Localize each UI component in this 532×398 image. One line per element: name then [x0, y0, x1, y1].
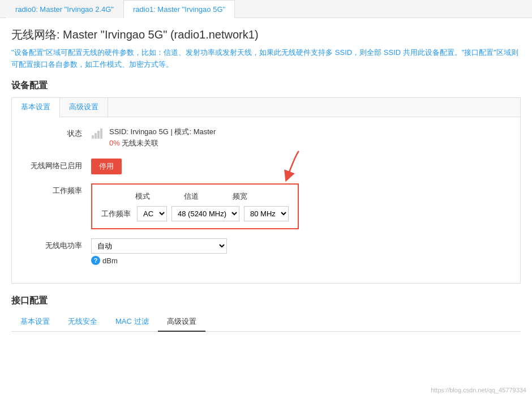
- bandwidth-col-label: 频宽: [233, 191, 247, 202]
- freq-row: 工作频率: [23, 183, 509, 229]
- status-text: SSID: Irvingao 5G | 模式: Master 0% 无线未关联: [109, 126, 216, 150]
- info-icon: ?: [91, 256, 100, 265]
- status-display: SSID: Irvingao 5G | 模式: Master 0% 无线未关联: [91, 126, 509, 150]
- dbm-label: dBm: [102, 256, 118, 265]
- page-description: "设备配置"区域可配置无线的硬件参数，比如：信道、发射功率或发射天线，如果此无线…: [11, 47, 521, 71]
- enable-control: 停用: [91, 159, 509, 174]
- device-config-section: 基本设置 高级设置 状态: [11, 97, 521, 284]
- iface-tab-security[interactable]: 无线安全: [59, 313, 106, 332]
- freq-selects-row: 工作频率 AC 48 (5240 MHz) 80 MHz: [101, 206, 289, 221]
- power-select[interactable]: 自动: [91, 238, 227, 254]
- iface-tab-basic[interactable]: 基本设置: [11, 313, 59, 332]
- svg-rect-3: [100, 129, 102, 139]
- power-control: 自动 ? dBm: [91, 238, 509, 265]
- freq-header: 模式 信道 频宽: [101, 191, 289, 202]
- tab-radio1[interactable]: radio1: Master "Irvingao 5G": [123, 0, 235, 18]
- signal-icon: [91, 126, 105, 140]
- status-row: 状态 SSID: Irv: [23, 126, 509, 150]
- power-label: 无线电功率: [23, 238, 91, 251]
- status-label: 状态: [23, 126, 91, 139]
- status-assoc: 无线未关联: [122, 139, 158, 147]
- enable-label: 无线网络已启用: [23, 159, 91, 171]
- disable-button[interactable]: 停用: [91, 159, 122, 174]
- power-row: 无线电功率 自动 ? dBm: [23, 238, 509, 265]
- freq-box: 模式 信道 频宽 工作频率 AC 48 (5240 MHz): [91, 183, 299, 229]
- iface-tab-advanced[interactable]: 高级设置: [158, 313, 205, 332]
- mode-select[interactable]: AC: [137, 206, 167, 221]
- tab-radio0[interactable]: radio0: Master "Irvingao 2.4G": [6, 0, 123, 18]
- channel-select[interactable]: 48 (5240 MHz): [171, 206, 239, 221]
- enable-row: 无线网络已启用 停用: [23, 159, 509, 174]
- status-control: SSID: Irvingao 5G | 模式: Master 0% 无线未关联: [91, 126, 509, 150]
- sub-tabs: 基本设置 高级设置: [12, 98, 520, 117]
- iface-config-title: 接口配置: [11, 295, 521, 307]
- iface-tab-mac[interactable]: MAC 过滤: [106, 313, 158, 332]
- page-title: 无线网络: Master "Irvingao 5G" (radio1.netwo…: [11, 27, 521, 42]
- subtab-advanced[interactable]: 高级设置: [60, 98, 108, 117]
- mode-col-label: 模式: [135, 191, 150, 202]
- form-section: 状态 SSID: Irv: [12, 117, 520, 284]
- channel-col-label: 信道: [184, 191, 199, 202]
- top-tabs: radio0: Master "Irvingao 2.4G" radio1: M…: [0, 0, 532, 18]
- bandwidth-select[interactable]: 80 MHz: [244, 206, 289, 221]
- freq-row-label: 工作频率: [101, 209, 132, 219]
- status-ssid: SSID: Irvingao 5G: [109, 127, 169, 136]
- dbm-info: ? dBm: [91, 256, 509, 265]
- iface-config-section: 接口配置 基本设置 无线安全 MAC 过滤 高级设置: [11, 295, 521, 332]
- freq-control: 模式 信道 频宽 工作频率 AC 48 (5240 MHz): [91, 183, 509, 229]
- svg-rect-2: [97, 131, 100, 139]
- main-content: 无线网络: Master "Irvingao 5G" (radio1.netwo…: [0, 18, 532, 341]
- freq-label: 工作频率: [23, 183, 91, 196]
- svg-rect-0: [92, 135, 94, 139]
- iface-tabs: 基本设置 无线安全 MAC 过滤 高级设置: [11, 313, 521, 332]
- device-config-title: 设备配置: [11, 80, 521, 92]
- subtab-basic[interactable]: 基本设置: [12, 98, 60, 117]
- status-percent: 0%: [109, 139, 120, 147]
- status-mode: 模式: Master: [174, 127, 216, 136]
- svg-rect-1: [95, 133, 97, 139]
- power-row-inner: 自动: [91, 238, 509, 254]
